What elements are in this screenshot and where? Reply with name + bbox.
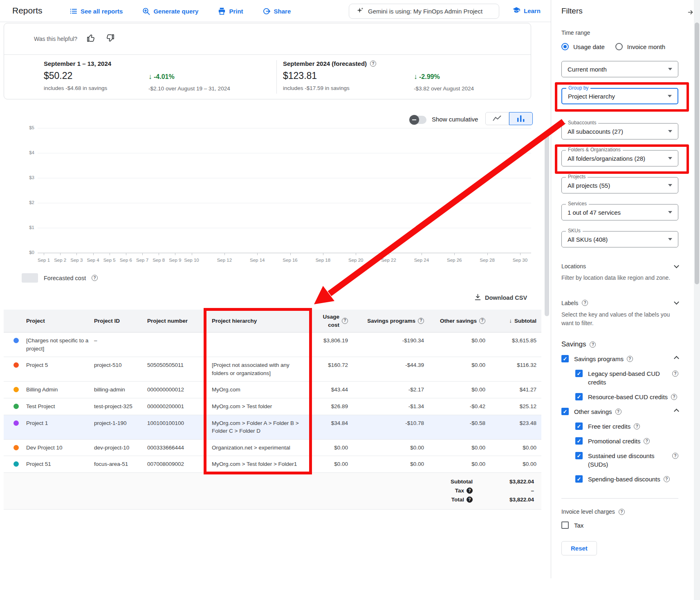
- checkbox-row-spending-based-discounts[interactable]: ✓Spending-based discounts?: [575, 475, 678, 483]
- table-row[interactable]: Billing Adminbilling-admin000000000012My…: [4, 382, 541, 398]
- cost-bar[interactable]: [170, 143, 180, 253]
- cost-bar[interactable]: [153, 146, 164, 253]
- tax-help-icon[interactable]: ?: [467, 488, 473, 494]
- cost-bar[interactable]: [203, 143, 213, 253]
- cost-bar[interactable]: [71, 149, 82, 253]
- checkbox-row-sustained-use-discounts-suds-[interactable]: ✓Sustained use discounts (SUDs)?: [575, 452, 678, 469]
- help-icon[interactable]: ?: [664, 476, 670, 482]
- column-header-other-savings[interactable]: Other savings?: [429, 310, 490, 332]
- checkbox[interactable]: ✓: [575, 437, 583, 445]
- checkbox[interactable]: ✓: [575, 393, 583, 400]
- table-row[interactable]: [Charges not specific to a project]–$3,8…: [4, 333, 541, 357]
- forecast-bar[interactable]: [515, 154, 525, 253]
- savings-help-icon[interactable]: ?: [590, 342, 596, 348]
- chevron-up-icon[interactable]: [674, 356, 679, 361]
- help-icon[interactable]: ?: [627, 356, 633, 362]
- help-icon[interactable]: ?: [615, 409, 621, 415]
- invoice-help-icon[interactable]: ?: [619, 509, 625, 515]
- content-scrollbar-thumb[interactable]: [545, 132, 549, 316]
- tax-checkbox-row[interactable]: Tax: [561, 521, 678, 530]
- cost-bar[interactable]: [38, 173, 49, 253]
- checkbox[interactable]: ✓: [561, 408, 569, 415]
- checkbox-row-other-savings[interactable]: ✓Other savings?: [561, 407, 678, 416]
- forecast-bar[interactable]: [367, 144, 377, 253]
- forecast-bar[interactable]: [465, 154, 476, 253]
- cost-bar[interactable]: [137, 149, 148, 253]
- see-all-reports-button[interactable]: See all reports: [70, 7, 123, 15]
- total-help-icon[interactable]: ?: [467, 497, 473, 503]
- gemini-status-pill[interactable]: Gemini is using: My FinOps Admin Project: [349, 4, 499, 19]
- column-header-savings-programs[interactable]: Savings programs?: [353, 310, 429, 332]
- checkbox[interactable]: ✓: [561, 355, 569, 362]
- chevron-up-icon[interactable]: [674, 409, 679, 414]
- column-header-usage-cost[interactable]: Usage cost?: [312, 310, 353, 332]
- cost-bar[interactable]: [219, 143, 230, 253]
- forecast-bar[interactable]: [350, 144, 361, 253]
- labels-section-header[interactable]: Labels ?: [561, 300, 678, 306]
- radio-icon[interactable]: [615, 43, 623, 50]
- checkbox[interactable]: ✓: [575, 452, 583, 459]
- cost-bar[interactable]: [236, 242, 246, 253]
- column-header-project[interactable]: Project: [26, 310, 94, 332]
- column-help-icon[interactable]: ?: [479, 318, 485, 324]
- group-by-select[interactable]: Group byProject Hierarchy: [561, 88, 678, 104]
- forecast-bar[interactable]: [285, 144, 296, 253]
- generate-query-button[interactable]: Generate query: [142, 7, 198, 15]
- line-chart-type-button[interactable]: [485, 112, 509, 125]
- forecast-bar[interactable]: [416, 153, 427, 253]
- projects-select[interactable]: ProjectsAll projects (55): [561, 177, 678, 193]
- column-header-subtotal[interactable]: ↓Subtotal: [490, 310, 541, 332]
- column-header-project-number[interactable]: Project number: [147, 310, 212, 332]
- checkbox-row-free-tier-credits[interactable]: ✓Free tier credits?: [575, 422, 678, 431]
- table-row[interactable]: Test Projecttest-project-325000000200001…: [4, 398, 541, 415]
- forecast-bar[interactable]: [268, 144, 279, 253]
- forecast-legend-help-icon[interactable]: ?: [92, 275, 98, 281]
- labels-help-icon[interactable]: ?: [582, 300, 588, 306]
- checkbox-row-promotional-credits[interactable]: ✓Promotional credits?: [575, 437, 678, 445]
- radio-usage-date[interactable]: Usage date: [561, 43, 605, 50]
- help-icon[interactable]: ?: [634, 423, 640, 429]
- forecast-bar[interactable]: [482, 154, 493, 253]
- forecast-bar[interactable]: [400, 152, 411, 253]
- forecast-help-icon[interactable]: ?: [370, 61, 376, 67]
- show-cumulative-toggle[interactable]: [410, 116, 426, 124]
- forecast-bar[interactable]: [498, 154, 509, 253]
- forecast-bar[interactable]: [449, 154, 460, 253]
- share-button[interactable]: Share: [263, 7, 291, 15]
- table-row[interactable]: Dev Project 10dev-project-10000333666444…: [4, 440, 541, 456]
- table-row[interactable]: Project 5project-510505050505011[Project…: [4, 357, 541, 382]
- table-row[interactable]: Project 1project-1-190100100100100MyOrg.…: [4, 415, 541, 440]
- thumbs-down-button[interactable]: [105, 33, 115, 45]
- cost-bar[interactable]: [104, 149, 115, 253]
- skus-select[interactable]: SKUsAll SKUs (408): [561, 231, 678, 247]
- services-select[interactable]: Services1 out of 47 services: [561, 204, 678, 220]
- checkbox[interactable]: ✓: [575, 370, 583, 377]
- forecast-bar[interactable]: [334, 144, 345, 253]
- checkbox[interactable]: ✓: [575, 475, 583, 483]
- help-icon[interactable]: ?: [671, 394, 677, 400]
- column-header-project-hierarchy[interactable]: Project hierarchy: [212, 310, 312, 332]
- forecast-bar[interactable]: [384, 146, 394, 253]
- time-range-select[interactable]: Current month: [561, 61, 678, 77]
- radio-icon[interactable]: [561, 43, 569, 50]
- cost-bar[interactable]: [88, 149, 99, 253]
- help-icon[interactable]: ?: [672, 453, 678, 459]
- column-header-project-id[interactable]: Project ID: [94, 310, 147, 332]
- checkbox[interactable]: ✓: [575, 422, 583, 430]
- forecast-bar[interactable]: [318, 144, 328, 253]
- window-scrollbar-thumb[interactable]: [695, 22, 699, 284]
- cost-bar[interactable]: [121, 149, 131, 253]
- table-row[interactable]: Project 51focus-area-51007008009002MyOrg…: [4, 456, 541, 473]
- checkbox-row-savings-programs[interactable]: ✓Savings programs?: [561, 355, 678, 363]
- locations-section-header[interactable]: Locations: [561, 263, 678, 270]
- folders-organizations-select[interactable]: Folders & OrganizationsAll folders/organ…: [561, 150, 678, 166]
- thumbs-up-button[interactable]: [86, 33, 96, 45]
- print-button[interactable]: Print: [218, 7, 243, 15]
- column-help-icon[interactable]: ?: [342, 318, 348, 324]
- subaccounts-select[interactable]: SubaccountsAll subaccounts (27): [561, 123, 678, 139]
- learn-link[interactable]: Learn: [512, 6, 541, 16]
- forecast-bar[interactable]: [301, 144, 312, 253]
- forecast-bar[interactable]: [252, 144, 262, 253]
- cost-bar[interactable]: [186, 143, 197, 253]
- reset-button[interactable]: Reset: [561, 541, 597, 555]
